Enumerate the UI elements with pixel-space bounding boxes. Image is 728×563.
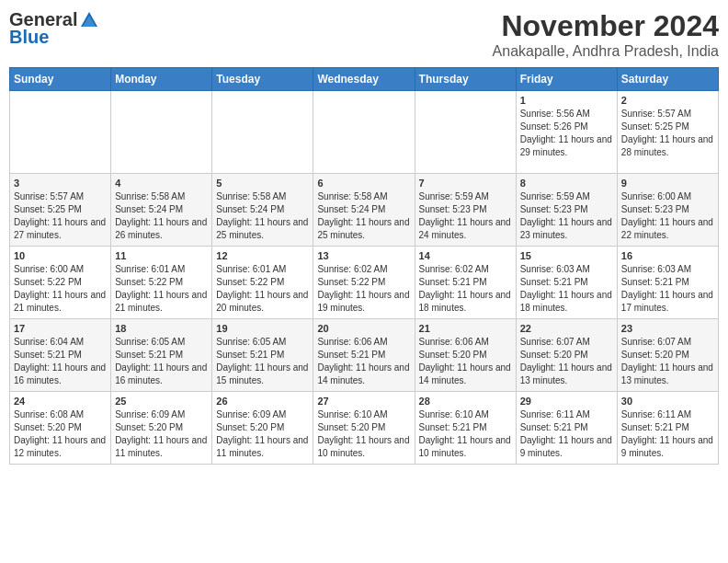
weekday-header: Friday [516, 68, 617, 91]
day-number: 4 [115, 178, 208, 189]
day-number: 16 [621, 250, 714, 261]
day-info: Sunrise: 6:00 AMSunset: 5:23 PMDaylight:… [621, 190, 714, 242]
day-number: 23 [621, 323, 714, 334]
weekday-header-row: SundayMondayTuesdayWednesdayThursdayFrid… [10, 68, 719, 91]
day-number: 13 [317, 250, 410, 261]
calendar-cell [111, 91, 212, 174]
weekday-header: Thursday [415, 68, 516, 91]
day-number: 18 [115, 323, 208, 334]
day-number: 19 [216, 323, 309, 334]
day-info: Sunrise: 6:03 AMSunset: 5:21 PMDaylight:… [621, 263, 714, 315]
day-info: Sunrise: 6:11 AMSunset: 5:21 PMDaylight:… [520, 408, 613, 460]
calendar-week-row: 17Sunrise: 6:04 AMSunset: 5:21 PMDayligh… [10, 319, 719, 392]
day-number: 26 [216, 396, 309, 407]
day-info: Sunrise: 6:02 AMSunset: 5:21 PMDaylight:… [419, 263, 512, 315]
calendar-cell: 18Sunrise: 6:05 AMSunset: 5:21 PMDayligh… [111, 319, 212, 392]
calendar-cell: 13Sunrise: 6:02 AMSunset: 5:22 PMDayligh… [313, 247, 415, 319]
calendar-cell: 20Sunrise: 6:06 AMSunset: 5:21 PMDayligh… [313, 319, 415, 392]
calendar-cell: 10Sunrise: 6:00 AMSunset: 5:22 PMDayligh… [10, 247, 111, 319]
day-number: 6 [317, 178, 410, 189]
calendar-cell: 6Sunrise: 5:58 AMSunset: 5:24 PMDaylight… [313, 174, 415, 247]
calendar-cell: 9Sunrise: 6:00 AMSunset: 5:23 PMDaylight… [617, 174, 718, 247]
day-info: Sunrise: 5:59 AMSunset: 5:23 PMDaylight:… [419, 190, 512, 242]
page-header: General Blue November 2024 Anakapalle, A… [9, 9, 719, 60]
calendar-cell: 4Sunrise: 5:58 AMSunset: 5:24 PMDaylight… [111, 174, 212, 247]
day-info: Sunrise: 6:10 AMSunset: 5:21 PMDaylight:… [419, 408, 512, 460]
day-info: Sunrise: 6:02 AMSunset: 5:22 PMDaylight:… [317, 263, 410, 315]
day-number: 24 [14, 396, 107, 407]
calendar-cell: 5Sunrise: 5:58 AMSunset: 5:24 PMDaylight… [212, 174, 313, 247]
day-info: Sunrise: 6:09 AMSunset: 5:20 PMDaylight:… [115, 408, 208, 460]
weekday-header: Wednesday [313, 68, 415, 91]
calendar-cell: 15Sunrise: 6:03 AMSunset: 5:21 PMDayligh… [516, 247, 617, 319]
weekday-header: Sunday [10, 68, 111, 91]
day-number: 22 [520, 323, 613, 334]
day-number: 25 [115, 396, 208, 407]
day-number: 9 [621, 178, 714, 189]
logo-icon [79, 10, 99, 30]
calendar-cell: 25Sunrise: 6:09 AMSunset: 5:20 PMDayligh… [111, 392, 212, 465]
day-number: 29 [520, 396, 613, 407]
calendar-cell: 2Sunrise: 5:57 AMSunset: 5:25 PMDaylight… [617, 91, 718, 174]
calendar-cell: 28Sunrise: 6:10 AMSunset: 5:21 PMDayligh… [415, 392, 516, 465]
day-number: 14 [419, 250, 512, 261]
calendar-cell: 7Sunrise: 5:59 AMSunset: 5:23 PMDaylight… [415, 174, 516, 247]
calendar-cell: 1Sunrise: 5:56 AMSunset: 5:26 PMDaylight… [516, 91, 617, 174]
day-number: 7 [419, 178, 512, 189]
calendar-cell: 23Sunrise: 6:07 AMSunset: 5:20 PMDayligh… [617, 319, 718, 392]
calendar-cell: 30Sunrise: 6:11 AMSunset: 5:21 PMDayligh… [617, 392, 718, 465]
calendar-week-row: 3Sunrise: 5:57 AMSunset: 5:25 PMDaylight… [10, 174, 719, 247]
calendar-cell [10, 91, 111, 174]
calendar-cell: 24Sunrise: 6:08 AMSunset: 5:20 PMDayligh… [10, 392, 111, 465]
logo-blue: Blue [9, 27, 49, 48]
day-info: Sunrise: 5:56 AMSunset: 5:26 PMDaylight:… [520, 108, 613, 159]
day-number: 12 [216, 250, 309, 261]
logo: General Blue [9, 9, 99, 48]
day-info: Sunrise: 6:06 AMSunset: 5:20 PMDaylight:… [419, 336, 512, 387]
calendar-cell [212, 91, 313, 174]
day-number: 15 [520, 250, 613, 261]
day-info: Sunrise: 6:01 AMSunset: 5:22 PMDaylight:… [115, 263, 208, 315]
day-info: Sunrise: 6:11 AMSunset: 5:21 PMDaylight:… [621, 408, 714, 460]
calendar-week-row: 24Sunrise: 6:08 AMSunset: 5:20 PMDayligh… [10, 392, 719, 465]
calendar-cell: 17Sunrise: 6:04 AMSunset: 5:21 PMDayligh… [10, 319, 111, 392]
day-info: Sunrise: 6:06 AMSunset: 5:21 PMDaylight:… [317, 336, 410, 387]
calendar-cell: 12Sunrise: 6:01 AMSunset: 5:22 PMDayligh… [212, 247, 313, 319]
day-info: Sunrise: 5:57 AMSunset: 5:25 PMDaylight:… [621, 108, 714, 159]
day-info: Sunrise: 6:03 AMSunset: 5:21 PMDaylight:… [520, 263, 613, 315]
calendar-cell: 14Sunrise: 6:02 AMSunset: 5:21 PMDayligh… [415, 247, 516, 319]
day-info: Sunrise: 6:07 AMSunset: 5:20 PMDaylight:… [520, 336, 613, 387]
calendar-cell [415, 91, 516, 174]
calendar-week-row: 1Sunrise: 5:56 AMSunset: 5:26 PMDaylight… [10, 91, 719, 174]
day-number: 3 [14, 178, 107, 189]
calendar-cell [313, 91, 415, 174]
weekday-header: Monday [111, 68, 212, 91]
day-number: 30 [621, 396, 714, 407]
calendar-cell: 16Sunrise: 6:03 AMSunset: 5:21 PMDayligh… [617, 247, 718, 319]
day-number: 27 [317, 396, 410, 407]
day-number: 1 [520, 95, 613, 106]
day-info: Sunrise: 6:04 AMSunset: 5:21 PMDaylight:… [14, 336, 107, 387]
weekday-header: Tuesday [212, 68, 313, 91]
calendar-table: SundayMondayTuesdayWednesdayThursdayFrid… [9, 67, 719, 465]
day-number: 17 [14, 323, 107, 334]
calendar-week-row: 10Sunrise: 6:00 AMSunset: 5:22 PMDayligh… [10, 247, 719, 319]
day-number: 5 [216, 178, 309, 189]
calendar-cell: 26Sunrise: 6:09 AMSunset: 5:20 PMDayligh… [212, 392, 313, 465]
day-info: Sunrise: 6:09 AMSunset: 5:20 PMDaylight:… [216, 408, 309, 460]
day-number: 20 [317, 323, 410, 334]
calendar-cell: 27Sunrise: 6:10 AMSunset: 5:20 PMDayligh… [313, 392, 415, 465]
location-title: Anakapalle, Andhra Pradesh, India [493, 43, 719, 60]
calendar-cell: 22Sunrise: 6:07 AMSunset: 5:20 PMDayligh… [516, 319, 617, 392]
day-number: 2 [621, 95, 714, 106]
day-info: Sunrise: 5:57 AMSunset: 5:25 PMDaylight:… [14, 190, 107, 242]
month-title: November 2024 [493, 9, 719, 43]
calendar-cell: 3Sunrise: 5:57 AMSunset: 5:25 PMDaylight… [10, 174, 111, 247]
calendar-cell: 19Sunrise: 6:05 AMSunset: 5:21 PMDayligh… [212, 319, 313, 392]
day-info: Sunrise: 5:58 AMSunset: 5:24 PMDaylight:… [317, 190, 410, 242]
day-info: Sunrise: 6:08 AMSunset: 5:20 PMDaylight:… [14, 408, 107, 460]
day-number: 28 [419, 396, 512, 407]
day-info: Sunrise: 6:05 AMSunset: 5:21 PMDaylight:… [216, 336, 309, 387]
title-block: November 2024 Anakapalle, Andhra Pradesh… [493, 9, 719, 60]
weekday-header: Saturday [617, 68, 718, 91]
